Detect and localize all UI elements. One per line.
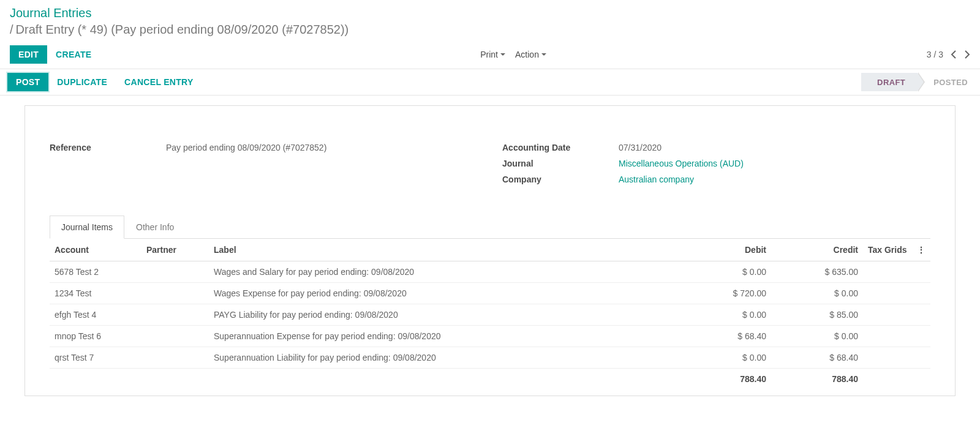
create-button[interactable]: CREATE [47, 45, 100, 64]
cell-debit: $ 720.00 [692, 283, 771, 304]
cell-credit: $ 0.00 [771, 283, 863, 304]
cell-tax-grids [863, 283, 912, 304]
cell-account: 1234 Test [50, 283, 141, 304]
edit-button[interactable]: EDIT [10, 45, 47, 64]
cell-partner [141, 347, 209, 369]
cell-debit: $ 0.00 [692, 261, 771, 283]
cell-partner [141, 283, 209, 304]
column-menu-icon[interactable]: ⋮ [912, 239, 930, 261]
journal-items-table: Account Partner Label Debit Credit Tax G… [50, 239, 930, 389]
th-label[interactable]: Label [209, 239, 692, 261]
reference-label: Reference [50, 143, 166, 152]
journal-value[interactable]: Miscellaneous Operations (AUD) [619, 159, 744, 168]
cell-tax-grids [863, 304, 912, 326]
table-row[interactable]: mnop Test 6Superannuation Expense for pa… [50, 326, 930, 347]
pager-text: 3 / 3 [927, 50, 943, 59]
accounting-date-value: 07/31/2020 [619, 143, 662, 152]
tab-other-info[interactable]: Other Info [124, 216, 186, 239]
cell-credit: $ 0.00 [771, 326, 863, 347]
action-dropdown[interactable]: Action [515, 50, 546, 59]
cell-partner [141, 304, 209, 326]
journal-label: Journal [502, 159, 619, 168]
chevron-down-icon [500, 53, 505, 56]
th-tax-grids[interactable]: Tax Grids [863, 239, 912, 261]
cell-account: qrst Test 7 [50, 347, 141, 369]
cell-credit: $ 68.40 [771, 347, 863, 369]
breadcrumb-root[interactable]: Journal Entries [10, 6, 970, 20]
accounting-date-label: Accounting Date [502, 143, 619, 152]
pager-prev-icon[interactable] [951, 50, 957, 59]
cell-debit: $ 0.00 [692, 304, 771, 326]
cell-label: PAYG Liability for pay period ending: 09… [209, 304, 692, 326]
pager: 3 / 3 [927, 50, 970, 59]
chevron-down-icon [541, 53, 546, 56]
cell-tax-grids [863, 347, 912, 369]
reference-value: Pay period ending 08/09/2020 (#7027852) [166, 143, 326, 152]
cell-label: Superannuation Expense for pay period en… [209, 326, 692, 347]
cell-account: mnop Test 6 [50, 326, 141, 347]
cell-credit: $ 635.00 [771, 261, 863, 283]
cell-label: Superannuation Liability for pay period … [209, 347, 692, 369]
cell-debit: $ 68.40 [692, 326, 771, 347]
status-draft[interactable]: DRAFT [861, 73, 918, 91]
th-account[interactable]: Account [50, 239, 141, 261]
cell-tax-grids [863, 261, 912, 283]
post-button[interactable]: POST [7, 73, 48, 91]
th-debit[interactable]: Debit [692, 239, 771, 261]
th-credit[interactable]: Credit [771, 239, 863, 261]
cell-partner [141, 261, 209, 283]
cell-account: 5678 Test 2 [50, 261, 141, 283]
company-label: Company [502, 174, 619, 184]
table-row[interactable]: qrst Test 7Superannuation Liability for … [50, 347, 930, 369]
print-dropdown[interactable]: Print [480, 50, 505, 59]
table-row[interactable]: efgh Test 4PAYG Liability for pay period… [50, 304, 930, 326]
cell-debit: $ 0.00 [692, 347, 771, 369]
tabs: Journal Items Other Info [50, 215, 930, 239]
cell-label: Wages and Salary for pay period ending: … [209, 261, 692, 283]
cell-account: efgh Test 4 [50, 304, 141, 326]
statusbar: POST DUPLICATE CANCEL ENTRY DRAFT POSTED [0, 69, 980, 96]
cell-credit: $ 85.00 [771, 304, 863, 326]
cell-partner [141, 326, 209, 347]
form-sheet: Reference Pay period ending 08/09/2020 (… [24, 105, 956, 396]
total-credit: 788.40 [771, 369, 863, 390]
table-row[interactable]: 1234 TestWages Expense for pay period en… [50, 283, 930, 304]
total-debit: 788.40 [692, 369, 771, 390]
cancel-entry-button[interactable]: CANCEL ENTRY [116, 73, 202, 91]
duplicate-button[interactable]: DUPLICATE [48, 73, 116, 91]
th-partner[interactable]: Partner [141, 239, 209, 261]
status-posted[interactable]: POSTED [918, 73, 980, 91]
cell-label: Wages Expense for pay period ending: 09/… [209, 283, 692, 304]
company-value[interactable]: Australian company [619, 174, 694, 184]
tab-journal-items[interactable]: Journal Items [50, 216, 124, 239]
toolbar: EDIT CREATE Print Action 3 / 3 [0, 43, 980, 69]
pager-next-icon[interactable] [964, 50, 970, 59]
cell-tax-grids [863, 326, 912, 347]
breadcrumb-current: /Draft Entry (* 49) (Pay period ending 0… [10, 23, 970, 37]
table-row[interactable]: 5678 Test 2Wages and Salary for pay peri… [50, 261, 930, 283]
